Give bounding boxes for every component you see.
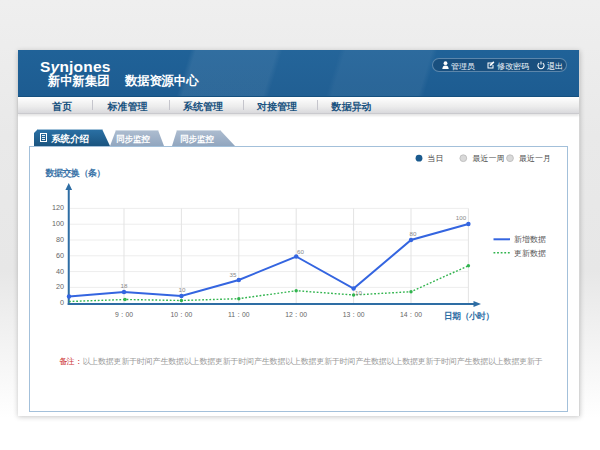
- svg-text:20: 20: [56, 282, 64, 291]
- svg-text:120: 120: [52, 203, 64, 212]
- svg-text:10: 10: [179, 286, 186, 293]
- svg-text:当日: 当日: [428, 154, 444, 163]
- svg-text:0: 0: [60, 298, 64, 307]
- svg-text:最近一月: 最近一月: [519, 154, 551, 163]
- svg-text:12：00: 12：00: [285, 311, 307, 318]
- svg-text:100: 100: [456, 214, 467, 221]
- svg-text:11：00: 11：00: [228, 311, 250, 318]
- svg-text:14：00: 14：00: [400, 311, 422, 318]
- svg-text:9：00: 9：00: [115, 311, 133, 318]
- svg-text:80: 80: [56, 235, 64, 244]
- svg-text:18: 18: [121, 282, 128, 289]
- svg-text:数据交换（条）: 数据交换（条）: [45, 168, 106, 178]
- svg-text:10：00: 10：00: [170, 311, 192, 318]
- svg-text:60: 60: [56, 251, 64, 260]
- svg-text:日期（小时）: 日期（小时）: [444, 311, 494, 321]
- svg-text:35: 35: [230, 271, 237, 278]
- svg-text:更新数据: 更新数据: [514, 249, 546, 258]
- svg-text:最近一周: 最近一周: [473, 154, 505, 163]
- svg-text:40: 40: [56, 267, 64, 276]
- svg-text:13：00: 13：00: [343, 311, 365, 318]
- svg-text:新增数据: 新增数据: [514, 235, 546, 244]
- svg-text:100: 100: [52, 219, 64, 228]
- svg-text:80: 80: [410, 230, 417, 237]
- svg-text:10: 10: [355, 289, 362, 296]
- svg-text:60: 60: [297, 248, 304, 255]
